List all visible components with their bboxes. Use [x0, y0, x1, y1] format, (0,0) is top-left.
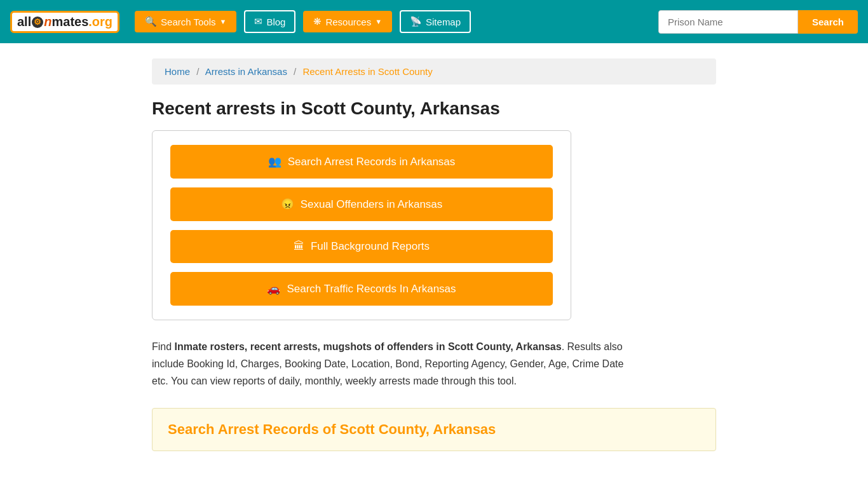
search-tools-label: Search Tools — [161, 17, 215, 27]
sitemap-label: Sitemap — [426, 17, 461, 27]
blog-icon: ✉ — [254, 16, 262, 27]
description-bold: Inmate rosters, recent arrests, mugshots… — [175, 341, 562, 352]
search-arrest-records-label: Search Arrest Records in Arkansas — [288, 156, 456, 168]
resources-label: Resources — [325, 17, 371, 27]
breadcrumb-sep-1: / — [196, 66, 199, 77]
sitemap-icon: 📡 — [410, 16, 422, 27]
logo-mates: mates — [51, 15, 88, 29]
breadcrumb: Home / Arrests in Arkansas / Recent Arre… — [152, 58, 716, 85]
traffic-records-icon: 🚗 — [267, 282, 280, 295]
sexual-offenders-label: Sexual Offenders in Arkansas — [301, 198, 443, 211]
background-reports-label: Full Background Reports — [311, 240, 430, 253]
logo-all: all — [17, 15, 31, 29]
main-content: Home / Arrests in Arkansas / Recent Arre… — [142, 43, 726, 466]
traffic-records-button[interactable]: 🚗 Search Traffic Records In Arkansas — [170, 272, 553, 306]
breadcrumb-arrests-arkansas[interactable]: Arrests in Arkansas — [205, 66, 287, 77]
navbar-search-button[interactable]: Search — [798, 10, 858, 34]
logo-in: n — [44, 15, 51, 29]
page-title: Recent arrests in Scott County, Arkansas — [152, 98, 716, 119]
navbar: all⚙nmates.org 🔍 Search Tools ▼ ✉ Blog ❋… — [0, 0, 868, 43]
description: Find Inmate rosters, recent arrests, mug… — [152, 338, 635, 390]
traffic-records-label: Search Traffic Records In Arkansas — [287, 283, 456, 295]
button-panel: 👥 Search Arrest Records in Arkansas 😠 Se… — [152, 130, 571, 320]
search-bar: Search — [658, 10, 858, 34]
sitemap-button[interactable]: 📡 Sitemap — [400, 10, 471, 33]
breadcrumb-current: Recent Arrests in Scott County — [302, 66, 432, 77]
search-section: Search Arrest Records of Scott County, A… — [152, 408, 716, 451]
background-reports-button[interactable]: 🏛 Full Background Reports — [170, 230, 553, 263]
chevron-down-icon-resources: ▼ — [375, 18, 382, 25]
navbar-search-label: Search — [812, 17, 844, 27]
sexual-offenders-button[interactable]: 😠 Sexual Offenders in Arkansas — [170, 187, 553, 221]
sexual-offenders-icon: 😠 — [281, 198, 294, 211]
logo-org: .org — [88, 15, 112, 29]
resources-icon: ❋ — [313, 16, 322, 27]
breadcrumb-sep-2: / — [294, 66, 296, 77]
description-intro: Find — [152, 341, 175, 352]
arrest-records-icon: 👥 — [268, 155, 281, 168]
breadcrumb-home[interactable]: Home — [165, 66, 190, 77]
prison-name-input[interactable] — [658, 10, 798, 34]
blog-label: Blog — [266, 17, 285, 27]
search-section-title: Search Arrest Records of Scott County, A… — [168, 421, 700, 438]
search-tools-button[interactable]: 🔍 Search Tools ▼ — [135, 11, 236, 32]
search-arrest-records-button[interactable]: 👥 Search Arrest Records in Arkansas — [170, 145, 553, 179]
background-reports-icon: 🏛 — [294, 240, 304, 253]
blog-button[interactable]: ✉ Blog — [244, 10, 295, 33]
logo-gear-icon: ⚙ — [32, 17, 43, 28]
logo[interactable]: all⚙nmates.org — [10, 11, 119, 33]
chevron-down-icon: ▼ — [220, 18, 227, 25]
search-tools-icon: 🔍 — [145, 16, 157, 27]
resources-button[interactable]: ❋ Resources ▼ — [303, 11, 392, 32]
